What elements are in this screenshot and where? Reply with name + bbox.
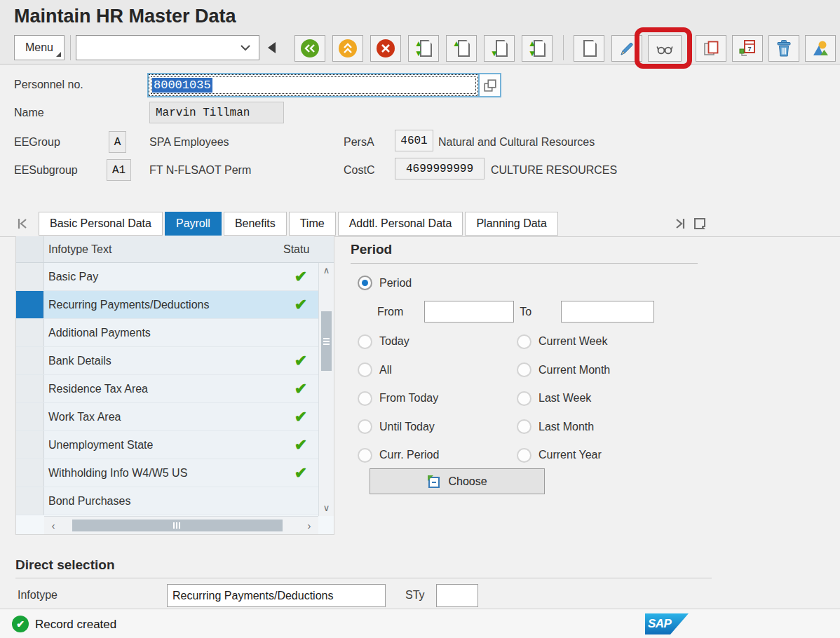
row-selector[interactable] [16,263,44,290]
radio-circle[interactable] [358,448,372,463]
choose-button[interactable]: Choose [370,468,545,494]
exit-button[interactable] [332,35,363,62]
period-panel: Period Period From To TodayCurrent WeekA… [351,242,698,264]
command-input[interactable] [76,36,241,60]
delimit-button[interactable]: 7 [732,35,763,62]
scroll-up-icon[interactable]: ∧ [323,263,330,278]
costc-value-field: 4699999999 [395,158,485,179]
table-row-withholding-info-w4-w5-us[interactable]: Withholding Info W4/W5 US✔ [16,459,318,487]
infotype-table-body: Basic Pay✔Recurring Payments/Deductions✔… [16,263,318,516]
row-selector[interactable] [16,319,44,346]
radio-circle[interactable] [358,362,372,377]
tab-planning-data[interactable]: Planning Data [465,212,558,236]
radio-circle[interactable] [517,362,531,377]
row-selector[interactable] [16,403,44,430]
table-row-residence-tax-area[interactable]: Residence Tax Area✔ [16,375,318,403]
infotype-text: Bank Details [44,355,283,367]
radio-label: Today [379,335,409,348]
row-selector[interactable] [16,375,44,402]
radio-current-week[interactable]: Current Week [517,334,685,349]
first-page-button[interactable]: ▲▼ [408,35,439,62]
table-row-recurring-payments-deductions[interactable]: Recurring Payments/Deductions✔ [16,291,318,319]
collapse-toolbar-icon[interactable] [268,42,276,53]
vertical-scrollbar[interactable]: ∧ ∨ [318,263,334,516]
personnel-no-input[interactable]: 80001035 [149,74,478,96]
infotype-text: Residence Tax Area [44,383,283,395]
radio-circle[interactable] [517,419,531,434]
radio-period[interactable]: Period [358,276,412,290]
chevron-down-icon[interactable] [241,45,259,51]
row-selector[interactable] [16,459,44,487]
radio-all[interactable]: All [358,362,517,377]
table-row-bond-purchases[interactable]: Bond Purchases [16,487,318,515]
selector-column-header [16,236,44,262]
infotype-text-column-header: Infotype Text [44,243,283,256]
page-down-button[interactable]: ▼ [484,35,515,62]
table-row-bank-details[interactable]: Bank Details✔ [16,347,318,375]
cancel-button[interactable] [370,35,401,62]
last-page-button[interactable]: ▲▼ [522,35,553,62]
page-down-icon: ▼ [490,39,508,58]
display-button[interactable] [648,35,682,62]
vertical-scroll-track[interactable] [319,278,334,501]
radio-current-month[interactable]: Current Month [517,362,685,377]
page-up-button[interactable]: ▲ [446,35,477,62]
delete-button[interactable] [768,35,799,62]
vertical-scroll-thumb[interactable] [321,311,332,371]
overview-button[interactable] [805,35,836,62]
costc-label: CostC [344,164,374,177]
toolbar-separator [563,35,564,60]
tab-benefits[interactable]: Benefits [224,212,287,236]
radio-circle[interactable] [358,419,372,434]
radio-circle[interactable] [517,334,531,349]
tab-basic-personal-data[interactable]: Basic Personal Data [39,212,163,236]
back-button[interactable] [294,35,325,62]
radio-until-today[interactable]: Until Today [358,419,517,434]
table-row-work-tax-area[interactable]: Work Tax Area✔ [16,403,318,431]
horizontal-scrollbar[interactable]: ‹ › [44,516,318,534]
row-selector[interactable] [16,347,44,374]
row-selector[interactable] [16,487,44,515]
tab-time[interactable]: Time [289,212,336,236]
tab-addtl-personal-data[interactable]: Addtl. Personal Data [338,212,463,236]
radio-last-month[interactable]: Last Month [517,419,685,434]
radio-period-circle[interactable] [358,276,372,290]
create-button[interactable] [574,35,604,62]
scroll-left-icon[interactable]: ‹ [44,520,62,531]
scroll-down-icon[interactable]: ∨ [323,501,330,516]
radio-current-year[interactable]: Current Year [517,448,685,463]
row-selector[interactable] [16,291,44,318]
radio-last-week[interactable]: Last Week [517,391,685,406]
table-row-unemployment-state[interactable]: Unemployment State✔ [16,431,318,459]
direct-selection-rule [15,578,712,578]
infotype-input[interactable] [167,584,386,607]
radio-circle[interactable] [358,334,372,349]
change-button[interactable] [611,35,642,62]
table-row-basic-pay[interactable]: Basic Pay✔ [16,263,318,291]
table-row-additional-payments[interactable]: Additional Payments [16,319,318,347]
radio-circle[interactable] [517,391,531,406]
possible-entries-button[interactable] [478,74,500,96]
menu-button[interactable]: Menu [14,35,65,60]
radio-circle[interactable] [517,448,531,463]
sty-input[interactable] [436,584,478,607]
radio-today[interactable]: Today [358,334,517,349]
scroll-right-icon[interactable]: › [300,520,318,531]
page-up-icon: ▲ [452,39,470,58]
copy-button[interactable] [696,35,726,62]
cancel-icon [377,39,395,57]
scroll-tabs-left-icon[interactable] [17,217,28,230]
tab-overview-icon[interactable] [693,217,707,231]
row-selector[interactable] [16,431,44,459]
command-field[interactable] [76,35,259,60]
horizontal-scroll-thumb[interactable] [72,520,283,531]
scroll-tabs-right-icon[interactable] [675,217,686,230]
horizontal-scroll-track[interactable] [62,517,300,534]
choose-calendar-icon [427,475,441,489]
tab-payroll[interactable]: Payroll [165,212,222,236]
radio-from-today[interactable]: From Today [358,391,517,406]
from-date-input[interactable] [424,301,514,323]
radio-circle[interactable] [358,391,372,406]
radio-curr-period[interactable]: Curr. Period [358,448,517,463]
to-date-input[interactable] [561,301,654,323]
